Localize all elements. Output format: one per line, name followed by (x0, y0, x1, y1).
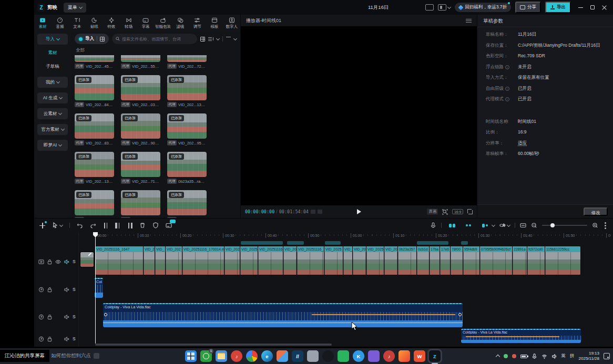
search-input[interactable] (122, 37, 193, 41)
solo-toggle[interactable]: S (73, 259, 76, 264)
timeline-ruler[interactable]: 00:0000:1000:2000:3000:4000:5001:0001:10… (79, 232, 613, 240)
audio-clip-small[interactable]: Col (95, 278, 103, 298)
taskbar-app-icon[interactable]: 1 (200, 350, 212, 362)
horizontal-scrollbar[interactable] (95, 344, 332, 346)
ime-language[interactable]: 英 (561, 353, 566, 359)
ime-scheme[interactable]: 拼 (570, 353, 575, 359)
video-clip[interactable]: 17e6 (440, 246, 451, 275)
media-thumbnail[interactable]: 已添加 (121, 55, 160, 62)
taskbar-app-icon[interactable]: K (353, 350, 364, 362)
tab-adjust[interactable]: 调节 (189, 16, 206, 29)
add-track-button[interactable] (39, 223, 45, 228)
link-toggle[interactable] (463, 221, 474, 230)
media-thumbnail[interactable]: 已添加 (121, 75, 160, 100)
taskbar-app-icon[interactable]: ♪ (383, 350, 395, 362)
tab-digital-human[interactable]: 数字人 (223, 16, 240, 29)
hide-track-icon[interactable] (55, 259, 61, 265)
share-button[interactable]: 分享 (515, 2, 541, 13)
delete-left-icon[interactable] (115, 223, 120, 228)
video-clip[interactable]: VID_2025 (324, 246, 343, 275)
sidebar-category[interactable]: AI 生成 (37, 92, 68, 103)
media-item[interactable]: 已添加 代理 VID_202...557.mp4 (121, 55, 160, 70)
preview-zoom-icon[interactable] (442, 209, 448, 215)
mute-track-icon[interactable] (64, 314, 69, 320)
export-button[interactable]: 导出 (545, 2, 571, 13)
info-icon[interactable]: i (505, 65, 509, 69)
media-item[interactable]: 已添加 代理 VID_202...131.mp4 (167, 75, 207, 109)
media-thumbnail[interactable]: 已添加 (75, 113, 114, 139)
playhead[interactable] (95, 232, 96, 344)
taskbar-app-icon[interactable] (399, 350, 410, 362)
layout-compact-icon[interactable] (425, 4, 434, 11)
lock-icon[interactable] (47, 314, 53, 320)
tab-audio[interactable]: 音频 (52, 16, 69, 29)
mask-icon[interactable] (152, 222, 159, 228)
menu-button[interactable]: 菜单 (64, 3, 86, 13)
record-voiceover-button[interactable] (430, 222, 436, 228)
media-item[interactable]: 已添加 代理 3f33a73...raw.mp4 (167, 190, 207, 218)
video-clip[interactable]: 115b612259cc (545, 246, 581, 275)
snap-toggle[interactable] (446, 221, 458, 230)
media-item[interactable]: 已添加 代理 VID_202...137.mp4 (75, 152, 114, 185)
player-viewport[interactable] (241, 26, 477, 205)
zoom-out-button[interactable] (531, 222, 537, 228)
play-button[interactable] (357, 209, 361, 214)
mute-track-icon[interactable] (64, 259, 69, 265)
tray-green-icon[interactable] (504, 354, 508, 358)
media-thumbnail[interactable]: 已添加 (167, 55, 207, 62)
taskbar-app-icon[interactable] (368, 350, 380, 362)
media-item[interactable]: 已添加 代理 VID_202...034.mp4 (121, 75, 160, 109)
solo-toggle[interactable]: S (73, 314, 76, 319)
video-clip[interactable]: 17ba (430, 246, 440, 275)
mute-track-icon[interactable] (64, 336, 69, 342)
video-clip[interactable]: VID_202 (224, 246, 240, 275)
video-clip[interactable]: VID_ (343, 246, 353, 275)
media-thumbnail[interactable]: 已添加 (167, 113, 207, 139)
volume-icon[interactable] (551, 353, 557, 359)
video-clip[interactable]: VID_20 (283, 246, 297, 275)
video-clip[interactable]: VID_20251116 (258, 246, 283, 275)
lock-icon[interactable] (47, 259, 53, 265)
slider-handle[interactable] (550, 223, 555, 227)
zoom-in-button[interactable] (592, 222, 598, 228)
sidebar-category[interactable]: 子草稿 (37, 61, 68, 72)
video-clip[interactable]: 0cb1d (417, 246, 430, 275)
sidebar-category[interactable]: 素材 (37, 47, 68, 58)
tab-transitions[interactable]: 转场 (120, 16, 137, 29)
taskbar-app-icon[interactable] (277, 350, 288, 362)
audio-clip-main[interactable]: Coldplay - Viva La Vida.flac (103, 303, 463, 327)
media-thumbnail[interactable]: 已添加 (75, 152, 114, 177)
solo-toggle[interactable]: S (73, 336, 76, 341)
sidebar-category[interactable]: 即梦AI (37, 140, 68, 151)
lock-icon[interactable] (47, 287, 53, 293)
video-clip[interactable]: 22891a (513, 246, 527, 275)
taskbar-app-icon[interactable] (307, 350, 319, 362)
chevron-down-icon[interactable] (216, 36, 220, 40)
import-button[interactable]: 导入 (75, 34, 109, 44)
select-tool-button[interactable] (52, 222, 63, 228)
video-clip[interactable]: VID_20251116_1 (297, 246, 324, 275)
media-item[interactable]: 已添加 代理 VID_202...838.mp4 (75, 113, 114, 147)
info-icon[interactable]: i (505, 87, 509, 91)
media-item[interactable]: 已添加 代理 VID_202...453.mp4 (75, 55, 114, 70)
sidebar-category[interactable]: 云素材 (37, 108, 68, 119)
redo-button[interactable] (90, 222, 96, 228)
sidebar-category[interactable]: 我的 (37, 77, 68, 88)
media-thumbnail[interactable]: 已添加 (167, 190, 207, 215)
taskbar-app-icon[interactable] (185, 350, 197, 362)
minimize-icon[interactable] (578, 7, 583, 8)
video-clip[interactable]: VID_20 (384, 246, 398, 275)
media-thumbnail[interactable]: 已添加 (75, 190, 114, 215)
media-thumbnail[interactable]: 已添加 (121, 190, 160, 215)
microphone-icon[interactable] (532, 353, 537, 359)
view-grid-icon[interactable] (200, 37, 205, 41)
media-item[interactable]: 已添加 代理 VID_202...729.mp4 (167, 55, 207, 70)
grid-import-icon[interactable] (100, 37, 105, 41)
wifi-icon[interactable] (542, 353, 547, 359)
layout-panels-button[interactable] (438, 4, 451, 11)
media-thumbnail[interactable]: 已添加 (75, 75, 114, 100)
promo-badge[interactable]: 回归福利，幸运3.7折 (455, 3, 511, 12)
taskbar-app-icon[interactable] (338, 350, 349, 362)
lyrics-app-icon[interactable] (94, 353, 99, 359)
hidden-icons-chevron[interactable] (495, 355, 499, 359)
